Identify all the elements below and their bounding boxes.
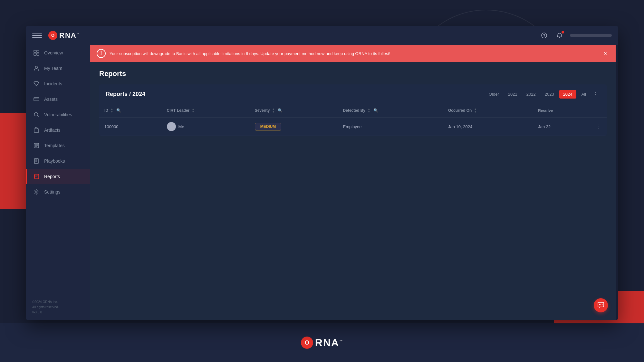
sidebar-footer: ©2024 ORNA Inc. All rights reserved. v-3… bbox=[26, 294, 90, 320]
sidebar-item-my-team[interactable]: My Team bbox=[26, 61, 90, 76]
artifacts-icon bbox=[33, 127, 40, 133]
row-id: 100000 bbox=[99, 118, 162, 136]
page-title: Reports bbox=[99, 70, 607, 78]
reports-table: ID ▲ ▼ 🔍 CIRT Leade bbox=[99, 104, 607, 136]
reports-icon bbox=[33, 173, 40, 180]
settings-label: Settings bbox=[44, 189, 61, 195]
col-severity: Severity ▲ ▼ 🔍 bbox=[250, 104, 338, 118]
sidebar-item-overview[interactable]: Overview bbox=[26, 45, 90, 61]
row-severity: MEDIUM bbox=[250, 118, 338, 136]
cirt-sort-icon[interactable]: ▲ ▼ bbox=[192, 108, 195, 113]
row-actions-cell: ⋮ bbox=[591, 118, 607, 136]
top-bar-right: ? bbox=[539, 30, 612, 41]
svg-point-7 bbox=[35, 66, 38, 69]
table-more-button[interactable]: ⋮ bbox=[591, 90, 600, 99]
chat-button[interactable] bbox=[594, 298, 608, 312]
incidents-icon bbox=[33, 81, 40, 87]
bottom-logo-text: RNA™ bbox=[315, 337, 343, 349]
sidebar-item-artifacts[interactable]: Artifacts bbox=[26, 122, 90, 138]
year-2022-button[interactable]: 2022 bbox=[523, 90, 540, 99]
svg-line-12 bbox=[38, 116, 39, 118]
alert-close-button[interactable]: × bbox=[601, 50, 609, 57]
artifacts-label: Artifacts bbox=[44, 128, 61, 133]
svg-point-28 bbox=[599, 304, 600, 305]
avatar-cell: Me bbox=[167, 122, 245, 131]
sidebar-item-reports[interactable]: Reports bbox=[26, 169, 90, 184]
logo: O RNA™ bbox=[48, 31, 539, 40]
reports-header: Reports / 2024 Older 2021 2022 2023 2024… bbox=[99, 84, 607, 104]
user-menu[interactable] bbox=[570, 34, 612, 37]
alert-banner: ! Your subscription will downgrade to Ba… bbox=[90, 45, 616, 62]
severity-search-icon[interactable]: 🔍 bbox=[278, 108, 283, 113]
svg-text:?: ? bbox=[543, 33, 545, 37]
logo-icon: O bbox=[48, 31, 57, 40]
avatar bbox=[167, 122, 176, 131]
sidebar-item-vulnerabilities[interactable]: Vulnerabilities bbox=[26, 107, 90, 122]
severity-sort-icon[interactable]: ▲ ▼ bbox=[272, 108, 275, 113]
year-all-button[interactable]: All bbox=[578, 90, 590, 99]
col-occurred-on: Occurred On ▲ ▼ bbox=[443, 104, 533, 118]
vulnerabilities-icon bbox=[33, 111, 40, 118]
severity-badge: MEDIUM bbox=[255, 123, 282, 130]
year-older-button[interactable]: Older bbox=[485, 90, 503, 99]
playbooks-label: Playbooks bbox=[44, 158, 65, 164]
sidebar: Overview My Team bbox=[26, 45, 90, 320]
svg-rect-8 bbox=[34, 98, 39, 101]
detected-search-icon[interactable]: 🔍 bbox=[373, 108, 378, 113]
svg-point-10 bbox=[35, 98, 35, 99]
alert-icon: ! bbox=[97, 49, 106, 58]
col-resolved: Resolve bbox=[533, 104, 591, 118]
year-2021-button[interactable]: 2021 bbox=[504, 90, 521, 99]
my-team-icon bbox=[33, 65, 40, 71]
row-occurred-on: Jan 10, 2024 bbox=[443, 118, 533, 136]
incidents-label: Incidents bbox=[44, 81, 62, 86]
window-scrollbar[interactable] bbox=[616, 45, 618, 320]
id-search-icon[interactable]: 🔍 bbox=[116, 108, 121, 113]
reports-label: Reports bbox=[44, 174, 60, 179]
detected-sort-icon[interactable]: ▲ ▼ bbox=[368, 108, 370, 113]
my-team-label: My Team bbox=[44, 66, 62, 71]
year-filters: Older 2021 2022 2023 2024 All ⋮ bbox=[485, 90, 600, 99]
row-detected-by: Employee bbox=[338, 118, 443, 136]
sidebar-item-settings[interactable]: Settings bbox=[26, 184, 90, 200]
svg-rect-25 bbox=[34, 175, 35, 178]
row-cirt-leader: Me bbox=[162, 118, 250, 136]
svg-point-2 bbox=[559, 37, 560, 38]
top-bar: O RNA™ ? bbox=[26, 26, 618, 45]
table-row[interactable]: 100000 bbox=[99, 118, 607, 136]
sidebar-item-playbooks[interactable]: Playbooks bbox=[26, 153, 90, 169]
svg-rect-18 bbox=[34, 158, 38, 164]
templates-label: Templates bbox=[44, 143, 65, 148]
row-resolved: Jan 22 bbox=[533, 118, 591, 136]
overview-icon bbox=[33, 50, 40, 56]
bottom-logo: O RNA™ bbox=[301, 337, 343, 349]
notification-button[interactable] bbox=[554, 30, 565, 41]
sidebar-item-assets[interactable]: Assets bbox=[26, 91, 90, 107]
notification-dot bbox=[562, 31, 564, 33]
occurred-sort-icon[interactable]: ▲ ▼ bbox=[474, 108, 477, 113]
svg-point-11 bbox=[34, 113, 38, 116]
help-button[interactable]: ? bbox=[539, 30, 549, 41]
id-sort-icon[interactable]: ▲ ▼ bbox=[111, 108, 113, 113]
col-detected-by: Detected By ▲ ▼ 🔍 bbox=[338, 104, 443, 118]
svg-rect-4 bbox=[37, 50, 39, 52]
sidebar-item-incidents[interactable]: Incidents bbox=[26, 76, 90, 91]
svg-point-26 bbox=[36, 191, 37, 193]
footer-rights: All rights reserved. bbox=[32, 305, 83, 310]
svg-rect-13 bbox=[34, 129, 39, 132]
table-header-row: ID ▲ ▼ 🔍 CIRT Leade bbox=[99, 104, 607, 118]
outer-background: O RNA™ O RNA™ bbox=[0, 0, 644, 362]
row-more-button[interactable]: ⋮ bbox=[596, 124, 601, 129]
overview-label: Overview bbox=[44, 50, 63, 55]
playbooks-icon bbox=[33, 158, 40, 164]
cirt-leader-name: Me bbox=[178, 124, 184, 129]
year-2024-button[interactable]: 2024 bbox=[559, 90, 576, 99]
sidebar-item-templates[interactable]: Templates bbox=[26, 138, 90, 153]
settings-icon bbox=[33, 189, 40, 195]
bottom-bar: O RNA™ bbox=[0, 323, 644, 362]
table-scroll-container[interactable]: ID ▲ ▼ 🔍 CIRT Leade bbox=[99, 104, 607, 136]
svg-rect-5 bbox=[34, 53, 36, 55]
year-2023-button[interactable]: 2023 bbox=[541, 90, 558, 99]
hamburger-button[interactable] bbox=[32, 31, 42, 40]
col-actions bbox=[591, 104, 607, 118]
